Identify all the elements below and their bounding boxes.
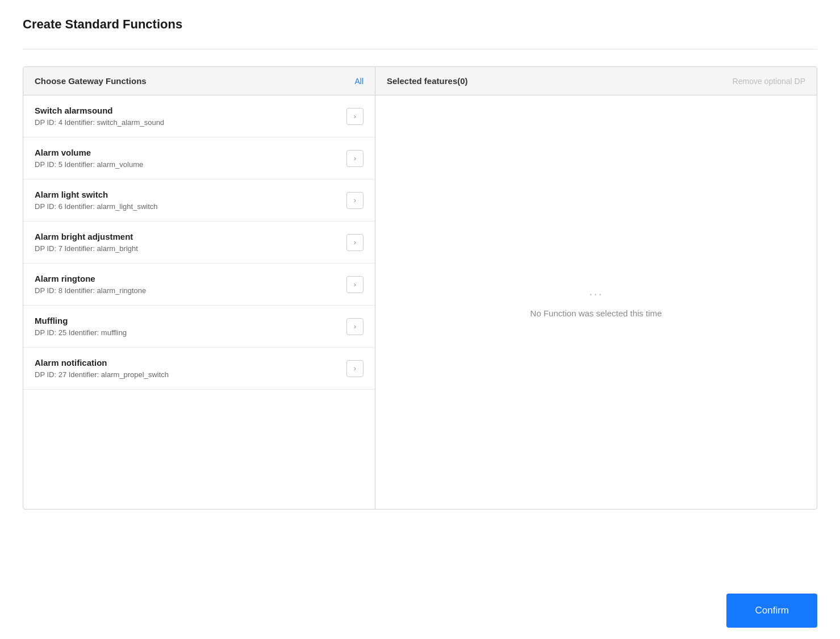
function-name: Switch alarmsound: [35, 106, 164, 115]
main-panel: Choose Gateway Functions All Switch alar…: [23, 66, 817, 509]
right-panel: Selected features(0) Remove optional DP …: [375, 67, 817, 509]
chevron-right-icon[interactable]: ›: [346, 360, 363, 377]
function-name: Alarm volume: [35, 148, 143, 157]
function-meta: DP ID: 5 Identifier: alarm_volume: [35, 160, 143, 169]
list-item[interactable]: MufflingDP ID: 25 Identifier: muffling›: [23, 306, 375, 348]
chevron-right-icon[interactable]: ›: [346, 234, 363, 251]
function-item-info: Alarm notificationDP ID: 27 Identifier: …: [35, 358, 169, 379]
top-divider: [23, 49, 817, 49]
list-item[interactable]: Alarm notificationDP ID: 27 Identifier: …: [23, 348, 375, 390]
remove-optional-dp-button[interactable]: Remove optional DP: [733, 77, 805, 86]
chevron-right-icon[interactable]: ›: [346, 318, 363, 335]
selected-features-title: Selected features(0): [387, 76, 468, 86]
list-item[interactable]: Alarm ringtoneDP ID: 8 Identifier: alarm…: [23, 264, 375, 306]
empty-message-text: No Function was selected this time: [530, 308, 662, 318]
chevron-right-icon[interactable]: ›: [346, 276, 363, 293]
empty-dots-icon: ···: [589, 287, 603, 302]
function-item-info: Alarm ringtoneDP ID: 8 Identifier: alarm…: [35, 274, 146, 295]
function-item-info: MufflingDP ID: 25 Identifier: muffling: [35, 316, 127, 337]
function-meta: DP ID: 6 Identifier: alarm_light_switch: [35, 202, 158, 211]
function-name: Alarm bright adjustment: [35, 232, 138, 241]
function-name: Alarm light switch: [35, 190, 158, 199]
function-name: Alarm ringtone: [35, 274, 146, 283]
function-meta: DP ID: 4 Identifier: switch_alarm_sound: [35, 118, 164, 127]
list-item[interactable]: Alarm volumeDP ID: 5 Identifier: alarm_v…: [23, 137, 375, 179]
function-list: Switch alarmsoundDP ID: 4 Identifier: sw…: [23, 95, 375, 509]
confirm-button[interactable]: Confirm: [726, 594, 817, 628]
function-item-info: Alarm bright adjustmentDP ID: 7 Identifi…: [35, 232, 138, 253]
page-container: Create Standard Functions Choose Gateway…: [0, 0, 840, 527]
right-header: Selected features(0) Remove optional DP: [375, 67, 817, 95]
chevron-right-icon[interactable]: ›: [346, 108, 363, 125]
left-panel: Choose Gateway Functions All Switch alar…: [23, 67, 375, 509]
function-item-info: Switch alarmsoundDP ID: 4 Identifier: sw…: [35, 106, 164, 127]
list-item[interactable]: Alarm bright adjustmentDP ID: 7 Identifi…: [23, 222, 375, 264]
all-filter-button[interactable]: All: [354, 77, 363, 86]
list-item[interactable]: Switch alarmsoundDP ID: 4 Identifier: sw…: [23, 95, 375, 137]
function-meta: DP ID: 25 Identifier: muffling: [35, 328, 127, 337]
function-name: Muffling: [35, 316, 127, 325]
footer: Confirm: [0, 582, 840, 639]
chevron-right-icon[interactable]: ›: [346, 192, 363, 209]
function-name: Alarm notification: [35, 358, 169, 367]
function-item-info: Alarm light switchDP ID: 6 Identifier: a…: [35, 190, 158, 211]
list-item[interactable]: Alarm light switchDP ID: 6 Identifier: a…: [23, 179, 375, 222]
function-item-info: Alarm volumeDP ID: 5 Identifier: alarm_v…: [35, 148, 143, 169]
left-header-title: Choose Gateway Functions: [35, 76, 147, 86]
function-meta: DP ID: 7 Identifier: alarm_bright: [35, 244, 138, 253]
page-title: Create Standard Functions: [23, 17, 817, 32]
right-empty-state: ··· No Function was selected this time: [375, 95, 817, 509]
function-meta: DP ID: 8 Identifier: alarm_ringtone: [35, 286, 146, 295]
chevron-right-icon[interactable]: ›: [346, 150, 363, 167]
function-meta: DP ID: 27 Identifier: alarm_propel_switc…: [35, 370, 169, 379]
left-header: Choose Gateway Functions All: [23, 67, 375, 95]
